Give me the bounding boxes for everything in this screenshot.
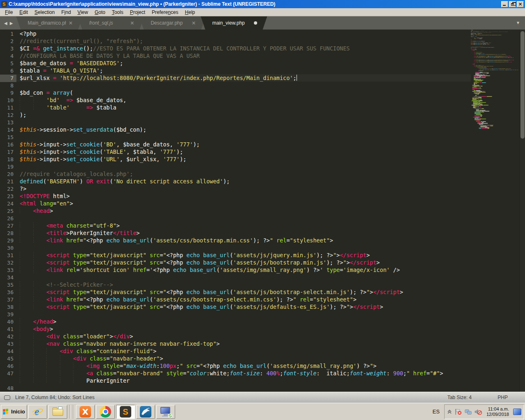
start-button[interactable]: Inicio xyxy=(1,405,27,419)
code-line-10[interactable]: 10 'bd' => $base_de_datos, xyxy=(0,96,471,104)
menu-item-tools[interactable]: Tools xyxy=(109,9,127,16)
code-line-wrap[interactable]: ParkerIgniter xyxy=(0,377,471,384)
sublime-text-icon[interactable]: S xyxy=(116,405,135,419)
tab-nav-back-icon[interactable]: ◀ xyxy=(4,21,7,25)
code-line-38[interactable]: 38 <script type="text/javascript" src="<… xyxy=(0,303,471,310)
code-line-32[interactable]: 32 <script type="text/javascript" src="<… xyxy=(0,259,471,266)
code-line-7[interactable]: 7$url_xlsx = 'http://localhost:8080/Park… xyxy=(0,74,471,82)
code-line-14[interactable]: 14$this->session->set_userdata($bd_con); xyxy=(0,126,471,133)
code-line-33[interactable]: 33 <link rel='shortcut icon' href='<?php… xyxy=(471,57,518,58)
language-indicator[interactable]: ES xyxy=(429,409,443,415)
code-line-22[interactable]: 22?> xyxy=(0,185,471,192)
code-line-13[interactable]: 13 xyxy=(0,119,471,126)
code-line-43[interactable]: 43 <nav class="navbar navbar-inverse nav… xyxy=(0,340,471,347)
code-view[interactable]: 1<?php2//redirect(current_url(), "refres… xyxy=(0,30,471,392)
internet-explorer-icon[interactable]: e xyxy=(28,405,47,419)
code-line-2[interactable]: 2//redirect(current_url(), "refresh"); xyxy=(0,37,471,45)
menu-item-view[interactable]: View xyxy=(74,9,91,16)
code-line-46[interactable]: 46 <img style="max-width:100px;" src="<?… xyxy=(0,362,471,370)
menu-bar: FileEditSelectionFindViewGotoToolsProjec… xyxy=(0,8,525,16)
code-line-42[interactable]: 42 <div class="loader"></div> xyxy=(0,333,471,340)
menu-item-goto[interactable]: Goto xyxy=(91,9,109,16)
panel-toggle-icon[interactable] xyxy=(4,395,10,400)
code-line-11[interactable]: 11 'table' => $tabla xyxy=(0,104,471,111)
minimize-button-icon[interactable] xyxy=(501,1,508,7)
code-line-17[interactable]: 17$this->input->set_cookie('TABLE', $tab… xyxy=(0,148,471,155)
menu-item-find[interactable]: Find xyxy=(58,9,74,16)
syntax-indicator[interactable]: PHP xyxy=(498,395,508,400)
code-line-4[interactable]: 4//CONFIGURA LA BASE DE DATOS Y LA TABLA… xyxy=(0,52,471,59)
close-button-icon[interactable]: × xyxy=(517,1,524,7)
code-line-44[interactable]: 44 <div class="container-fluid"> xyxy=(0,347,471,355)
mysql-workbench-icon[interactable] xyxy=(136,405,155,419)
windows-explorer-icon[interactable] xyxy=(48,405,67,419)
security-alert-icon[interactable] xyxy=(455,409,462,415)
menu-item-help[interactable]: Help xyxy=(182,9,199,16)
code-line-8[interactable]: 8 xyxy=(0,82,471,89)
code-line-1[interactable]: 1<?php xyxy=(0,30,471,37)
code-line-34[interactable]: 34 xyxy=(0,274,471,281)
code-line-48[interactable]: 48 xyxy=(0,384,471,392)
tray-chevron-up-icon[interactable] xyxy=(447,409,452,414)
code-line-3[interactable]: 3$CI =& get_instance();//ESTO ES PARA OB… xyxy=(0,45,471,52)
tab-close-icon[interactable]: × xyxy=(192,20,196,26)
minimap[interactable]: 1<?php2//redirect(current_url(), "refres… xyxy=(471,30,518,392)
code-line-19[interactable]: 19 xyxy=(0,163,471,170)
code-line-25[interactable]: 25 <head> xyxy=(0,207,471,215)
show-desktop-icon[interactable] xyxy=(513,409,521,415)
code-line-24[interactable]: 24<html lang="en"> xyxy=(0,200,471,207)
restore-button-icon[interactable] xyxy=(509,1,516,7)
code-line-45[interactable]: 45 <div class="navbar-header"> xyxy=(0,355,471,362)
scrollbar-thumb[interactable] xyxy=(520,31,525,139)
tab-close-icon[interactable]: × xyxy=(68,20,73,26)
line-number: 9 xyxy=(0,89,16,97)
code-line-23[interactable]: 23<!DOCTYPE html> xyxy=(0,192,471,200)
code-line-47[interactable]: 47 <a class="navbar-brand" style="color:… xyxy=(0,370,471,377)
code-line-26[interactable]: 26 xyxy=(0,215,471,222)
code-line-33[interactable]: 33 <link rel='shortcut icon' href='<?php… xyxy=(0,266,471,274)
line-number: 23 xyxy=(0,193,16,200)
editor-area[interactable]: 1<?php2//redirect(current_url(), "refres… xyxy=(0,30,525,392)
menu-item-selection[interactable]: Selection xyxy=(31,9,58,16)
menu-item-project[interactable]: Project xyxy=(127,9,148,16)
code-line-39[interactable]: 39 xyxy=(0,310,471,318)
code-line-18[interactable]: 18$this->input->set_cookie('URL', $url_x… xyxy=(0,155,471,163)
tab-size-indicator[interactable]: Tab Size: 4 xyxy=(447,395,472,400)
tab-main_view.php[interactable]: main_view.php xyxy=(201,16,267,30)
code-line-15[interactable]: 15 xyxy=(0,133,471,141)
code-line-5[interactable]: 5$base_de_datos = 'BASEDEDATOS'; xyxy=(0,59,471,67)
tab-close-icon[interactable]: × xyxy=(130,20,134,26)
tab-nav-forward-icon[interactable]: ▶ xyxy=(10,21,13,25)
tab-front_sql.js[interactable]: front_sql.js× xyxy=(78,16,144,30)
tab-Main_dinamico.php[interactable]: Main_dinamico.php× xyxy=(16,16,82,30)
chrome-icon[interactable] xyxy=(96,405,115,419)
code-line-35[interactable]: 35 <!--Select-Picker--> xyxy=(0,281,471,288)
code-line-29[interactable]: 29 <link href="<?php echo base_url('asse… xyxy=(0,237,471,244)
remote-desktop-icon[interactable] xyxy=(156,405,175,419)
menu-item-edit[interactable]: Edit xyxy=(16,9,31,16)
xampp-icon[interactable]: X xyxy=(76,405,95,419)
code-line-20[interactable]: 20//require 'catalogos_locales.php'; xyxy=(0,170,471,178)
clock[interactable]: 11:04 a.m. 12/09/2018 xyxy=(485,406,509,417)
vertical-scrollbar[interactable] xyxy=(519,30,525,392)
menu-item-preferences[interactable]: Preferences xyxy=(148,9,182,16)
code-line-12[interactable]: 12); xyxy=(0,111,471,119)
code-line-16[interactable]: 16$this->input->set_cookie('BD', $base_d… xyxy=(0,141,471,148)
code-line-9[interactable]: 9$bd_con = array( xyxy=(0,89,471,96)
network-icon[interactable] xyxy=(465,409,472,415)
tab-Descargar.php[interactable]: Descargar.php× xyxy=(139,16,205,30)
code-line-41[interactable]: 41 <body> xyxy=(0,325,471,333)
tab-overflow-icon[interactable]: ▼ xyxy=(516,21,520,25)
code-line-27[interactable]: 27 <meta charset="utf-8"> xyxy=(0,222,471,229)
code-line-6[interactable]: 6$tabla = 'TABLA_O_VISTA'; xyxy=(0,67,471,74)
code-line-40[interactable]: 40 </head> xyxy=(0,318,471,325)
code-line-21[interactable]: 21defined('BASEPATH') OR exit('No direct… xyxy=(0,178,471,185)
code-line-38[interactable]: 38 <script type="text/javascript" src="<… xyxy=(471,62,518,62)
code-line-28[interactable]: 28 <title>ParkerIgniter</title> xyxy=(0,229,471,237)
code-line-36[interactable]: 36 <script type="text/javascript" src="<… xyxy=(0,288,471,296)
code-line-37[interactable]: 37 <link href="<?php echo base_url('asse… xyxy=(0,296,471,303)
menu-item-file[interactable]: File xyxy=(2,9,16,16)
code-line-30[interactable]: 30 xyxy=(0,244,471,251)
volume-muted-icon[interactable] xyxy=(475,409,482,415)
code-line-31[interactable]: 31 <script type="text/javascript" src="<… xyxy=(0,251,471,259)
